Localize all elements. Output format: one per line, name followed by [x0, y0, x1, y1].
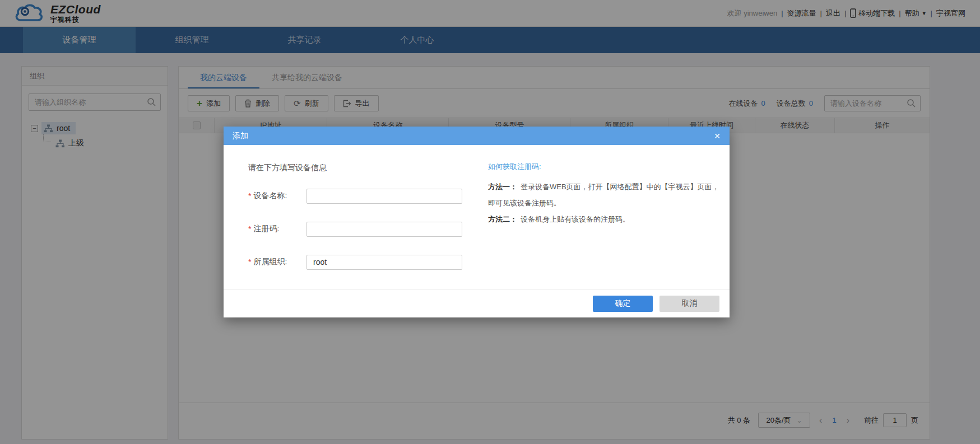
dialog-intro-text: 请在下方填写设备信息	[248, 163, 327, 173]
register-code-label: 注册码:	[253, 224, 305, 234]
method1-continued: 即可见该设备注册码。	[488, 198, 561, 208]
cancel-button[interactable]: 取消	[659, 296, 719, 312]
close-icon[interactable]: ✕	[714, 132, 721, 141]
required-asterisk: *	[248, 225, 251, 233]
org-input[interactable]	[306, 255, 462, 270]
add-device-dialog: 添加 ✕ 请在下方填写设备信息 * 设备名称: * 注册码: * 所属组织: 如…	[224, 127, 730, 317]
device-name-label: 设备名称:	[253, 191, 305, 201]
help-link[interactable]: 如何获取注册码:	[488, 162, 541, 172]
register-code-field: * 注册码:	[248, 224, 305, 234]
dialog-header: 添加 ✕	[224, 127, 730, 145]
org-label: 所属组织:	[253, 257, 305, 267]
required-asterisk: *	[248, 258, 251, 267]
required-asterisk: *	[248, 191, 251, 200]
ok-button[interactable]: 确定	[593, 296, 653, 312]
method1-label: 方法一：	[488, 183, 517, 191]
device-name-field: * 设备名称:	[248, 191, 305, 201]
org-field: * 所属组织:	[248, 257, 305, 267]
method2-label: 方法二：	[488, 215, 517, 223]
device-name-input[interactable]	[306, 189, 462, 204]
register-code-input[interactable]	[306, 222, 462, 237]
dialog-title: 添加	[233, 131, 248, 141]
